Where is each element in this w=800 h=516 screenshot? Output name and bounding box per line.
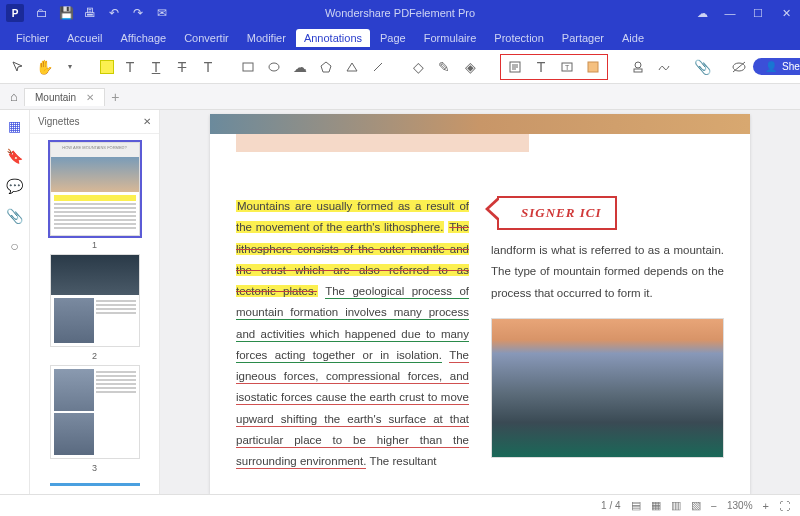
text-caret-tool[interactable]: T — [198, 57, 218, 77]
sidebar-rail: ▦ 🔖 💬 📎 ○ — [0, 110, 30, 494]
menu-page[interactable]: Page — [372, 29, 414, 47]
user-pill[interactable]: 👤 Shelley — [753, 58, 800, 75]
text-strike-tool[interactable]: T — [172, 57, 192, 77]
menu-protection[interactable]: Protection — [486, 29, 552, 47]
view-continuous-icon[interactable]: ▦ — [651, 499, 661, 512]
text-highlight-tool[interactable]: T — [120, 57, 140, 77]
new-tab-button[interactable]: + — [111, 89, 119, 105]
pencil-tool[interactable]: ✎ — [434, 57, 454, 77]
tabbar: ⌂ Mountain ✕ + — [0, 84, 800, 110]
thumb-num-2: 2 — [92, 351, 97, 361]
panel-close-icon[interactable]: ✕ — [143, 116, 151, 127]
menu-partager[interactable]: Partager — [554, 29, 612, 47]
menu-convertir[interactable]: Convertir — [176, 29, 237, 47]
svg-marker-2 — [321, 62, 331, 72]
highlight-tool[interactable] — [100, 60, 114, 74]
svg-text:T: T — [565, 64, 570, 71]
pentagon-tool[interactable] — [316, 57, 336, 77]
dropdown-icon[interactable]: ▾ — [60, 57, 80, 77]
thumbnail-2[interactable] — [50, 254, 140, 348]
undo-icon[interactable]: ↶ — [106, 5, 122, 21]
menu-aide[interactable]: Aide — [614, 29, 652, 47]
home-tab-icon[interactable]: ⌂ — [4, 89, 24, 104]
search-icon[interactable]: ○ — [10, 238, 18, 254]
note-tool[interactable] — [505, 57, 525, 77]
statusbar: 1 / 4 ▤ ▦ ▥ ▧ − 130% + ⛶ — [0, 494, 800, 516]
comments-icon[interactable]: 💬 — [6, 178, 23, 194]
view-facing-icon[interactable]: ▥ — [671, 499, 681, 512]
menubar: Fichier Accueil Affichage Convertir Modi… — [0, 26, 800, 50]
sign-here-stamp[interactable]: SIGNER ICI — [497, 196, 617, 230]
svg-marker-3 — [347, 63, 357, 71]
select-tool[interactable] — [8, 57, 28, 77]
stamp-tool[interactable] — [628, 57, 648, 77]
highlighted-text[interactable]: Mountains are usually formed as a result… — [236, 200, 469, 233]
app-title: Wondershare PDFelement Pro — [325, 7, 475, 19]
thumbnail-1[interactable]: HOW ARE MOUNTAINS FORMED? — [50, 142, 140, 236]
document-canvas[interactable]: Mountains are usually formed as a result… — [160, 110, 800, 494]
mail-icon[interactable]: ✉ — [154, 5, 170, 21]
menu-accueil[interactable]: Accueil — [59, 29, 110, 47]
save-icon[interactable]: 💾 — [58, 5, 74, 21]
eraser-tool[interactable]: ◇ — [408, 57, 428, 77]
body-text: The resultant — [369, 455, 436, 467]
document-tab[interactable]: Mountain ✕ — [24, 88, 105, 106]
redo-icon[interactable]: ↷ — [130, 5, 146, 21]
menu-fichier[interactable]: Fichier — [8, 29, 57, 47]
right-column: SIGNER ICI landform is what is referred … — [491, 196, 724, 472]
zoom-level[interactable]: 130% — [727, 500, 753, 511]
hero-overlay — [236, 134, 529, 152]
menu-formulaire[interactable]: Formulaire — [416, 29, 485, 47]
svg-line-4 — [374, 63, 382, 71]
signature-tool[interactable] — [654, 57, 674, 77]
menu-annotations[interactable]: Annotations — [296, 29, 370, 47]
mountain-photo — [491, 318, 724, 458]
svg-point-1 — [269, 63, 279, 71]
view-single-icon[interactable]: ▤ — [631, 499, 641, 512]
rectangle-tool[interactable] — [238, 57, 258, 77]
hand-tool[interactable]: ✋ — [34, 57, 54, 77]
eraser2-tool[interactable]: ◈ — [460, 57, 480, 77]
svg-rect-0 — [243, 63, 253, 71]
tab-close-icon[interactable]: ✕ — [86, 92, 94, 103]
cloud-icon[interactable]: ☁ — [694, 5, 710, 21]
thumbnail-3[interactable] — [50, 365, 140, 459]
titlebar: P 🗀 💾 🖶 ↶ ↷ ✉ Wondershare PDFelement Pro… — [0, 0, 800, 26]
annotation-toolbar: ✋ ▾ T T T T ☁ ◇ ✎ ◈ T T 📎 👤 Shelle — [0, 50, 800, 84]
line-tool[interactable] — [368, 57, 388, 77]
text-underline-tool[interactable]: T — [146, 57, 166, 77]
user-icon: 👤 — [765, 61, 777, 72]
page-indicator[interactable]: 1 / 4 — [601, 500, 620, 511]
oval-tool[interactable] — [264, 57, 284, 77]
thumb-num-3: 3 — [92, 463, 97, 473]
svg-rect-11 — [588, 62, 598, 72]
fit-width-icon[interactable]: ⛶ — [779, 500, 790, 512]
hide-annotations-tool[interactable] — [731, 57, 747, 77]
area-highlight-tool[interactable] — [583, 57, 603, 77]
svg-rect-13 — [634, 69, 642, 72]
cloud-tool[interactable]: ☁ — [290, 57, 310, 77]
attachment-tool[interactable]: 📎 — [694, 57, 711, 77]
menu-modifier[interactable]: Modifier — [239, 29, 294, 47]
bookmarks-icon[interactable]: 🔖 — [6, 148, 23, 164]
open-icon[interactable]: 🗀 — [34, 5, 50, 21]
thumbnails-icon[interactable]: ▦ — [8, 118, 21, 134]
close-button[interactable]: ✕ — [778, 5, 794, 21]
view-cover-icon[interactable]: ▧ — [691, 499, 701, 512]
user-name: Shelley — [782, 61, 800, 72]
thumb-num-1: 1 — [92, 240, 97, 250]
hero-image — [210, 114, 750, 134]
minimize-button[interactable]: — — [722, 5, 738, 21]
squiggly-text[interactable]: The igneous forces, compressional forces… — [236, 349, 469, 469]
print-icon[interactable]: 🖶 — [82, 5, 98, 21]
text-annotation-group: T T — [500, 54, 608, 80]
textbox-tool[interactable]: T — [557, 57, 577, 77]
typewriter-tool[interactable]: T — [531, 57, 551, 77]
zoom-in-button[interactable]: + — [763, 500, 769, 512]
triangle-tool[interactable] — [342, 57, 362, 77]
zoom-out-button[interactable]: − — [711, 500, 717, 512]
thumbnails-panel: Vignettes ✕ HOW ARE MOUNTAINS FORMED? 1 … — [30, 110, 160, 494]
menu-affichage[interactable]: Affichage — [112, 29, 174, 47]
attachments-icon[interactable]: 📎 — [6, 208, 23, 224]
maximize-button[interactable]: ☐ — [750, 5, 766, 21]
